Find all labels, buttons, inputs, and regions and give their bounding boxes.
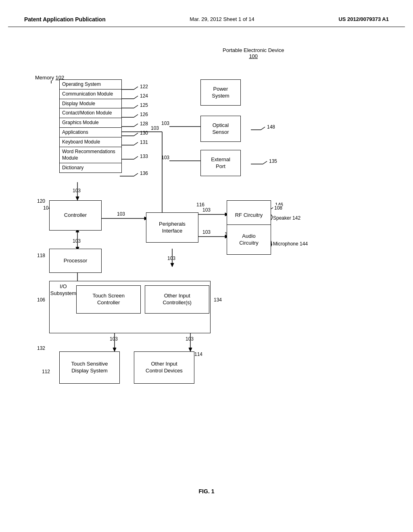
svg-text:124: 124 <box>140 93 148 99</box>
label-134: 134 <box>214 297 222 303</box>
svg-text:103: 103 <box>161 121 169 126</box>
io-subsystem-box: I/O Subsystem Touch ScreenController Oth… <box>49 281 211 333</box>
page: Patent Application Publication Mar. 29, … <box>0 0 413 532</box>
label-132: 132 <box>37 345 45 351</box>
header-mid: Mar. 29, 2012 Sheet 1 of 14 <box>190 16 254 22</box>
svg-text:131: 131 <box>140 139 148 145</box>
svg-text:128: 128 <box>140 121 148 127</box>
memory-item-comm: Communication Module <box>60 89 121 99</box>
svg-text:122: 122 <box>140 84 148 89</box>
header-left: Patent Application Publication <box>24 16 106 23</box>
svg-marker-79 <box>113 348 116 351</box>
svg-marker-82 <box>189 348 192 351</box>
svg-line-46 <box>263 161 267 164</box>
other-input-controllers-box: Other InputController(s) <box>145 285 209 314</box>
header-right: US 2012/0079373 A1 <box>338 16 389 22</box>
memory-box: Operating System Communication Module Di… <box>59 79 122 173</box>
svg-marker-30 <box>76 197 79 200</box>
svg-text:103: 103 <box>186 336 194 342</box>
svg-text:Microphone 144: Microphone 144 <box>273 241 308 247</box>
svg-line-7 <box>134 105 138 108</box>
label-120: 120 <box>37 198 45 204</box>
svg-marker-74 <box>171 263 174 267</box>
svg-text:103: 103 <box>73 238 81 244</box>
label-114: 114 <box>194 351 202 357</box>
memory-item-contact: Contact/Motion Module <box>60 108 121 118</box>
memory-item-keyboard: Keyboard Module <box>60 137 121 147</box>
controller-box: Controller <box>49 200 102 231</box>
svg-text:125: 125 <box>140 102 148 108</box>
svg-text:103: 103 <box>110 336 118 342</box>
svg-text:136: 136 <box>140 170 148 176</box>
diagram-area: 122 124 125 126 128 130 131 <box>13 31 400 507</box>
svg-text:116: 116 <box>196 202 204 208</box>
svg-text:103: 103 <box>151 125 159 131</box>
svg-text:126: 126 <box>140 112 148 117</box>
svg-text:103: 103 <box>73 188 81 193</box>
touch-screen-controller-box: Touch ScreenController <box>76 285 141 314</box>
memory-item-display: Display Module <box>60 99 121 109</box>
memory-item-dict: Dictionary <box>60 163 121 172</box>
power-system-box: PowerSystem <box>200 79 241 106</box>
other-input-devices-box: Other InputControl Devices <box>134 351 194 384</box>
svg-text:148: 148 <box>267 124 275 130</box>
svg-text:103: 103 <box>117 211 125 217</box>
svg-line-4 <box>134 96 138 99</box>
page-header: Patent Application Publication Mar. 29, … <box>8 8 405 27</box>
svg-text:103: 103 <box>202 229 211 235</box>
svg-line-22 <box>134 156 138 159</box>
peripherals-box: PeripheralsInterface <box>146 212 198 243</box>
label-106: 106 <box>37 297 45 303</box>
fig-label: FIG. 1 <box>13 488 400 495</box>
svg-text:103: 103 <box>202 207 211 213</box>
memory-item-apps: Applications <box>60 128 121 137</box>
audio-circuitry-box: AudioCircuitry <box>227 224 271 255</box>
svg-text:103: 103 <box>161 155 169 160</box>
processor-box: Processor <box>49 249 102 273</box>
svg-text:103: 103 <box>167 256 175 261</box>
svg-text:135: 135 <box>269 158 277 164</box>
svg-text:130: 130 <box>140 130 148 136</box>
device-title: Portable Electronic Device 100 <box>223 47 284 59</box>
svg-line-10 <box>134 114 138 117</box>
svg-text:133: 133 <box>140 154 148 159</box>
svg-line-13 <box>134 124 138 127</box>
svg-line-1 <box>134 87 138 89</box>
memory-item-os: Operating System <box>60 80 121 89</box>
touch-sensitive-display-box: Touch SensitiveDisplay System <box>59 351 120 384</box>
optical-sensor-box: OpticalSensor <box>200 116 241 142</box>
label-108: 108 <box>274 205 282 211</box>
memory-item-graphics: Graphics Module <box>60 118 121 128</box>
svg-line-40 <box>261 127 265 130</box>
label-112: 112 <box>42 369 50 374</box>
memory-item-word: Word Recommendations Module <box>60 147 121 164</box>
label-118: 118 <box>37 253 45 258</box>
svg-line-16 <box>134 133 138 136</box>
external-port-box: ExternalPort <box>200 150 241 176</box>
svg-text:Speaker 142: Speaker 142 <box>273 215 300 221</box>
svg-line-25 <box>134 173 138 176</box>
svg-line-19 <box>134 142 138 145</box>
